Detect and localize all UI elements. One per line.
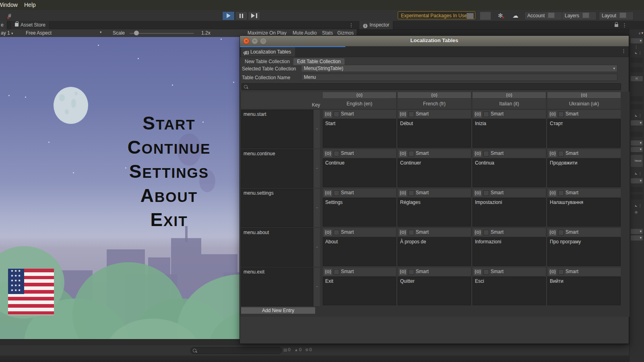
display-dropdown[interactable]: ay 1 ▾ (1, 30, 13, 36)
inspector-dropdown[interactable]: ▾ (631, 178, 643, 183)
row-resize-strip[interactable]: - (314, 267, 320, 306)
row-resize-strip[interactable]: - (314, 189, 320, 227)
column-header-italian[interactable]: Italian (it) (473, 99, 546, 109)
smart-checkbox[interactable] (334, 111, 339, 117)
inspector-field[interactable] (631, 96, 643, 101)
translation-cell[interactable]: Esci (473, 277, 546, 305)
translation-cell[interactable]: Продовжити (547, 158, 621, 187)
lock-icon[interactable] (615, 24, 618, 27)
entry-metadata-button[interactable]: {⊙} (473, 111, 482, 118)
key-cell[interactable]: menu.continue (241, 149, 313, 188)
window-titlebar[interactable]: ✕ − ▢ Localization Tables (240, 36, 629, 47)
translation-cell[interactable]: Старт (547, 119, 621, 148)
column-metadata-button[interactable]: {⊙} (547, 92, 621, 98)
column-metadata-button[interactable]: {⊙} (323, 92, 396, 98)
translation-cell[interactable]: Вийти (547, 277, 621, 305)
translation-cell[interactable]: Impostazioni (473, 198, 546, 226)
console-error-counter[interactable]: ⊗0 (305, 347, 312, 352)
smart-checkbox[interactable] (558, 269, 564, 275)
inspector-dropdown[interactable]: ▾ (631, 120, 643, 125)
row-resize-strip[interactable]: - (314, 110, 320, 148)
smart-checkbox[interactable] (334, 269, 339, 275)
translation-cell[interactable]: Start (323, 119, 396, 148)
inspector-static-dropdown[interactable]: c ▾ (631, 31, 644, 36)
tab-asset-store[interactable]: Asset Store (11, 21, 50, 29)
account-dropdown[interactable]: Account (524, 12, 566, 20)
inspector-dropdown[interactable]: ▾ (631, 147, 643, 152)
entry-metadata-button[interactable]: {⊙} (473, 150, 482, 158)
smart-checkbox[interactable] (558, 230, 564, 235)
selected-table-collection-dropdown[interactable]: Menu(StringTable) ▾ (301, 65, 617, 72)
row-resize-strip[interactable]: - (314, 228, 320, 267)
translation-cell[interactable]: Continue (323, 158, 396, 187)
preset-kebab-group[interactable]: ⊾ ⋮ (631, 113, 643, 118)
entry-metadata-button[interactable]: {⊙} (324, 111, 332, 118)
smart-checkbox[interactable] (409, 151, 414, 156)
add-new-entry-button[interactable]: Add New Entry (241, 307, 315, 314)
smart-checkbox[interactable] (409, 269, 414, 275)
inspector-kebab[interactable]: ⋮ (631, 45, 643, 50)
smart-checkbox[interactable] (334, 230, 339, 235)
smart-checkbox[interactable] (483, 230, 489, 235)
translation-cell[interactable]: À propos de (398, 237, 471, 266)
inspector-target-icon[interactable]: ◎ (631, 210, 643, 215)
entry-metadata-button[interactable]: {⊙} (324, 150, 332, 158)
tab-inspector[interactable]: iInspector (359, 21, 393, 29)
entry-metadata-button[interactable]: {⊙} (473, 189, 482, 197)
entry-metadata-button[interactable]: {⊙} (398, 150, 407, 158)
play-button[interactable] (222, 11, 235, 21)
preset-kebab-group[interactable]: ⊾ ⋮ (631, 203, 643, 208)
smart-checkbox[interactable] (334, 151, 339, 156)
key-cell[interactable]: menu.settings (241, 189, 313, 227)
game-menu-item-continue[interactable]: Continue (97, 136, 242, 160)
mute-audio-toggle[interactable]: Mute Audio (293, 30, 317, 36)
entry-metadata-button[interactable]: {⊙} (548, 111, 557, 118)
table-search-input[interactable] (242, 83, 621, 90)
column-metadata-button[interactable]: {⊙} (398, 92, 471, 98)
column-metadata-button[interactable]: {⊙} (473, 92, 546, 98)
inspector-dropdown[interactable]: ▾ (631, 235, 643, 241)
smart-checkbox[interactable] (409, 190, 414, 196)
inspector-dropdown[interactable]: ▾ (631, 38, 643, 43)
toolbar-gray-button[interactable] (480, 12, 491, 20)
inspector-dropdown[interactable]: ▾ (631, 140, 643, 146)
preset-kebab-group[interactable]: ⊾ ⋮ (631, 171, 643, 176)
column-header-english[interactable]: English (en) (323, 99, 396, 109)
inspector-field[interactable] (631, 58, 643, 63)
entry-metadata-button[interactable]: {⊙} (548, 150, 557, 158)
inspector-field[interactable] (631, 132, 643, 137)
entry-metadata-button[interactable]: {⊙} (324, 268, 332, 276)
edit-table-collection-tab[interactable]: Edit Table Collection (293, 58, 345, 65)
console-log-counter[interactable]: ▤0 (283, 347, 291, 352)
maximize-on-play-toggle[interactable]: Maximize On Play (248, 30, 287, 36)
smart-checkbox[interactable] (558, 111, 564, 117)
entry-metadata-button[interactable]: {⊙} (473, 229, 482, 237)
inspector-field[interactable] (631, 187, 643, 192)
inspector-field[interactable] (631, 104, 643, 109)
inspector-kebab-icon[interactable]: ⋮ (622, 22, 627, 28)
smart-checkbox[interactable] (558, 190, 564, 196)
translation-cell[interactable]: Quitter (398, 277, 471, 305)
game-menu-item-about[interactable]: About (97, 184, 242, 208)
preset-kebab-group[interactable]: ⊾ ⋮ (631, 50, 643, 56)
column-header-french[interactable]: French (fr) (398, 99, 471, 109)
smart-checkbox[interactable] (558, 151, 564, 156)
collab-icon[interactable]: ✻✕ (498, 12, 503, 19)
smart-checkbox[interactable] (409, 230, 414, 235)
entry-metadata-button[interactable]: {⊙} (398, 111, 407, 118)
smart-checkbox[interactable] (483, 190, 489, 196)
game-view-kebab-icon[interactable]: ⋮ (349, 22, 354, 28)
stats-toggle[interactable]: Stats (322, 30, 333, 36)
scale-slider-knob[interactable] (134, 31, 139, 35)
translation-cell[interactable]: Про програму (547, 237, 621, 266)
smart-checkbox[interactable] (334, 190, 339, 196)
entry-metadata-button[interactable]: {⊙} (398, 229, 407, 237)
entry-metadata-button[interactable]: {⊙} (548, 268, 557, 276)
game-menu-item-start[interactable]: Start (97, 112, 242, 136)
menu-window[interactable]: Window (0, 2, 18, 8)
translation-cell[interactable]: About (323, 237, 396, 266)
inspector-field[interactable] (631, 194, 643, 200)
inspector-r-button[interactable]: R (631, 76, 643, 81)
tab-game-partial[interactable]: e (0, 21, 7, 29)
row-resize-strip[interactable]: - (314, 149, 320, 188)
